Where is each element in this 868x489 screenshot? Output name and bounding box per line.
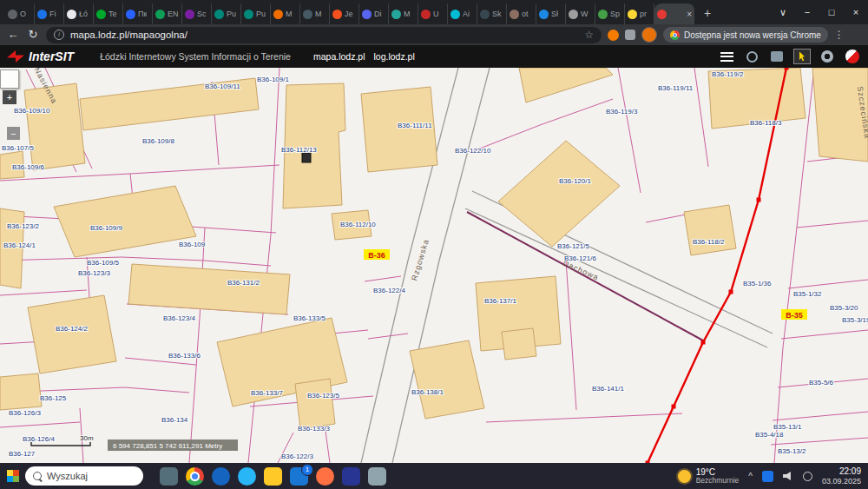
back-button[interactable]: ← <box>6 24 20 45</box>
browser-toolbar: ← ↻ i mapa.lodz.pl/mapaogolna/ ☆ Dostępn… <box>0 24 868 45</box>
parcel-label: B36-127 <box>9 450 36 458</box>
tab-favicon <box>480 10 490 19</box>
site-info-icon[interactable]: i <box>54 30 64 40</box>
search-icon <box>33 472 42 480</box>
tab[interactable]: Łó <box>64 3 94 24</box>
extension-icon[interactable] <box>608 30 619 41</box>
map-toolbar <box>718 49 861 64</box>
extensions-puzzle-icon[interactable] <box>625 30 635 40</box>
zoom-out-button[interactable]: − <box>7 127 20 140</box>
tab[interactable]: Sp <box>595 3 625 24</box>
maximize-button[interactable]: □ <box>819 0 844 24</box>
minimize-button[interactable]: − <box>795 0 819 24</box>
tray-chevron-icon[interactable]: ^ <box>748 472 753 481</box>
tab[interactable]: Di <box>359 3 389 24</box>
browser-icon[interactable] <box>316 467 334 486</box>
sheet-label: B-36 <box>368 251 385 260</box>
taskbar-search[interactable]: Wyszukaj <box>25 466 143 486</box>
notification-badge: 1 <box>301 464 313 476</box>
volume-icon[interactable] <box>783 472 793 480</box>
parcel-label: B36-123/3 <box>78 269 110 277</box>
menu-icon[interactable] <box>718 49 735 64</box>
tab-favicon <box>569 10 578 19</box>
search-placeholder: Wyszukaj <box>47 471 88 481</box>
map-canvas[interactable]: RzgowskaDachowaNasiennaSzczecińskaB-36B-… <box>0 68 868 463</box>
parcel-line <box>646 215 686 222</box>
tab[interactable]: pr <box>625 3 654 24</box>
parcel-label: B36-109/9 <box>90 224 122 232</box>
tray-app-icon[interactable] <box>762 471 773 482</box>
start-button[interactable] <box>7 470 19 482</box>
tab[interactable]: Fi <box>35 3 64 24</box>
chrome-icon[interactable] <box>186 467 204 486</box>
building <box>502 328 536 360</box>
network-icon[interactable] <box>803 472 812 481</box>
tab[interactable]: Te <box>94 3 123 24</box>
edge-icon[interactable] <box>212 467 230 486</box>
profile-avatar[interactable] <box>641 27 657 43</box>
parcel-line <box>189 228 205 463</box>
parcel-line <box>774 68 814 463</box>
link-mapa-lodz[interactable]: mapa.lodz.pl <box>313 51 365 62</box>
system-app-icon[interactable] <box>160 467 178 486</box>
bookmark-star-icon[interactable]: ☆ <box>584 29 594 41</box>
weather-widget[interactable]: 19°C Bezchmurnie <box>678 467 740 485</box>
tab[interactable]: Sc <box>182 3 212 24</box>
skype-icon[interactable] <box>238 467 256 486</box>
pointer-tool-icon[interactable] <box>793 49 811 64</box>
update-chrome-button[interactable]: Dostępna jest nowa wersja Chrome <box>663 27 828 43</box>
close-button[interactable]: × <box>844 0 868 24</box>
menu-kebab-icon[interactable]: ⋮ <box>834 29 845 41</box>
building <box>0 373 42 410</box>
tab-strip: OFiŁóTeПкENScPuPuMMJeDiMUAiSkotSłWSppr× … <box>0 0 868 24</box>
settings-gear-icon[interactable] <box>819 49 836 64</box>
tab[interactable]: Ai <box>448 3 477 24</box>
mail-icon[interactable]: 1 <box>290 467 308 486</box>
url-text[interactable]: mapa.lodz.pl/mapaogolna/ <box>70 30 578 40</box>
reload-button[interactable]: ↻ <box>26 24 40 45</box>
overview-map[interactable] <box>0 69 19 89</box>
address-bar[interactable]: i mapa.lodz.pl/mapaogolna/ ☆ <box>46 27 602 43</box>
tab-close-icon[interactable]: × <box>687 10 692 19</box>
parcel-label: B36-126/3 <box>9 409 41 417</box>
tab[interactable]: M <box>389 3 418 24</box>
taskbar-icons: 1 <box>160 467 386 486</box>
tab[interactable]: ot <box>507 3 536 24</box>
new-tab-button[interactable]: + <box>698 3 717 23</box>
map-viewport[interactable]: RzgowskaDachowaNasiennaSzczecińskaB-36B-… <box>0 68 868 463</box>
tab[interactable]: Пк <box>123 3 153 24</box>
tab[interactable]: Je <box>330 3 359 24</box>
tab[interactable]: Pu <box>212 3 241 24</box>
parcel-label: B35-1/36 <box>743 280 772 287</box>
printer-icon[interactable] <box>368 467 386 486</box>
parcel-label: B36-138/1 <box>411 388 444 396</box>
tab-title: M <box>404 10 411 18</box>
tab[interactable]: U <box>418 3 448 24</box>
tab[interactable]: M <box>300 3 330 24</box>
tab-active[interactable]: × <box>654 3 694 24</box>
locator-icon[interactable] <box>743 49 760 64</box>
tab[interactable]: O <box>5 3 35 24</box>
tab-favicon <box>510 10 519 19</box>
clock[interactable]: 22:09 03.09.2025 <box>822 466 861 486</box>
tab[interactable]: M <box>271 3 300 24</box>
tab[interactable]: Sł <box>536 3 566 24</box>
tab-title: ot <box>522 10 529 18</box>
zoom-in-button[interactable]: + <box>3 90 16 104</box>
parcel-label: B35-4/18 <box>755 431 784 439</box>
layers-icon[interactable] <box>768 49 786 64</box>
tab-search-icon[interactable]: ∨ <box>771 0 795 24</box>
boundary-vertex <box>729 290 733 294</box>
map-marker[interactable] <box>302 153 311 162</box>
tab[interactable]: EN <box>153 3 182 24</box>
parcel-line <box>0 290 87 295</box>
tab[interactable]: W <box>566 3 595 24</box>
tab[interactable]: Sk <box>477 3 507 24</box>
link-log-lodz[interactable]: log.lodz.pl <box>374 51 415 62</box>
boundary-vertex <box>785 68 789 70</box>
app-icon[interactable] <box>342 467 360 486</box>
tab[interactable]: Pu <box>241 3 271 24</box>
parcel-label: B36-119/3 <box>606 108 638 116</box>
file-explorer-icon[interactable] <box>264 467 282 486</box>
tab-favicon <box>244 10 253 19</box>
